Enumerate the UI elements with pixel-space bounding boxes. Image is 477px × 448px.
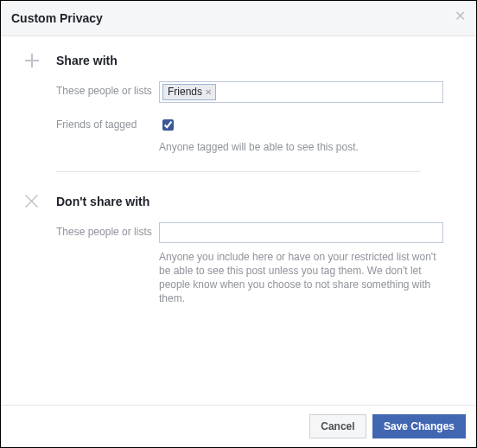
friends-of-tagged-label: Friends of tagged <box>25 115 159 154</box>
dont-share-people-label: These people or lists <box>25 222 159 305</box>
token-remove-icon[interactable]: ✕ <box>205 86 212 99</box>
dont-share-title: Don't share with <box>56 195 149 208</box>
dialog-header: Custom Privacy ✕ <box>1 1 476 36</box>
section-divider <box>56 171 421 172</box>
cancel-button[interactable]: Cancel <box>309 414 366 438</box>
friends-of-tagged-checkbox[interactable] <box>162 119 174 131</box>
close-icon[interactable]: ✕ <box>455 10 466 23</box>
dialog-body: Share with These people or lists Friends… <box>1 36 476 326</box>
share-with-title: Share with <box>56 54 118 67</box>
x-icon <box>25 195 46 208</box>
share-with-header: Share with <box>25 54 452 67</box>
share-with-helper: Anyone tagged will be able to see this p… <box>159 140 443 154</box>
dialog-footer: Cancel Save Changes <box>1 405 476 447</box>
audience-token-label: Friends <box>168 86 202 99</box>
share-with-input[interactable]: Friends ✕ <box>159 81 443 103</box>
save-button[interactable]: Save Changes <box>372 414 466 438</box>
dont-share-header: Don't share with <box>25 195 452 208</box>
dont-share-input[interactable] <box>159 222 443 243</box>
plus-icon <box>25 54 46 67</box>
dialog-title: Custom Privacy <box>11 11 103 25</box>
dont-share-helper: Anyone you include here or have on your … <box>159 250 443 305</box>
audience-token[interactable]: Friends ✕ <box>162 84 216 100</box>
share-people-label: These people or lists <box>25 81 159 103</box>
